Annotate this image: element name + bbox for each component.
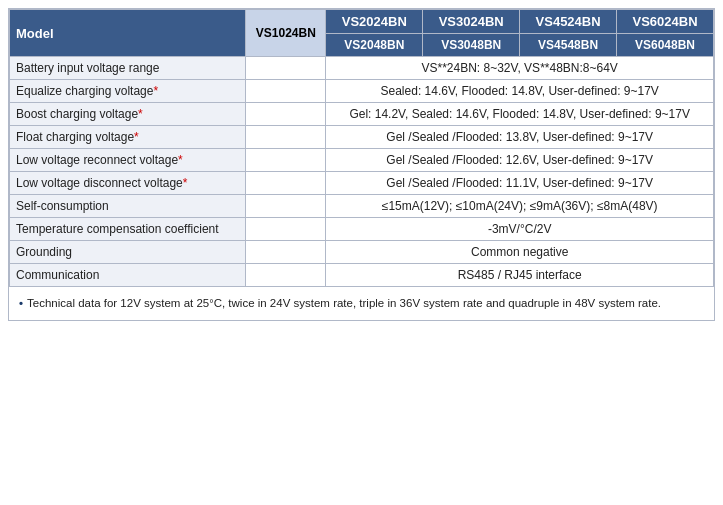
row-vs1024bn-1 <box>246 80 326 103</box>
row-value-9: RS485 / RJ45 interface <box>326 264 714 287</box>
vs6024bn-header: VS6024BN <box>617 10 714 34</box>
model-header: Model <box>10 10 246 57</box>
row-value-6: ≤15mA(12V); ≤10mA(24V); ≤9mA(36V); ≤8mA(… <box>326 195 714 218</box>
vs6048bn-header: VS6048BN <box>617 34 714 57</box>
row-value-4: Gel /Sealed /Flooded: 12.6V, User-define… <box>326 149 714 172</box>
row-value-7: -3mV/°C/2V <box>326 218 714 241</box>
vs2024bn-header: VS2024BN <box>326 10 423 34</box>
row-vs1024bn-5 <box>246 172 326 195</box>
row-label-2: Boost charging voltage* <box>10 103 246 126</box>
vs1024bn-header: VS1024BN <box>246 10 326 57</box>
row-label-8: Grounding <box>10 241 246 264</box>
row-label-6: Self-consumption <box>10 195 246 218</box>
row-vs1024bn-0 <box>246 57 326 80</box>
row-label-1: Equalize charging voltage* <box>10 80 246 103</box>
vs3048bn-header: VS3048BN <box>423 34 520 57</box>
footer-text: Technical data for 12V system at 25°C, t… <box>27 297 661 309</box>
row-value-3: Gel /Sealed /Flooded: 13.8V, User-define… <box>326 126 714 149</box>
row-value-5: Gel /Sealed /Flooded: 11.1V, User-define… <box>326 172 714 195</box>
row-label-3: Float charging voltage* <box>10 126 246 149</box>
vs2048bn-header: VS2048BN <box>326 34 423 57</box>
row-vs1024bn-9 <box>246 264 326 287</box>
vs4548bn-header: VS4548BN <box>520 34 617 57</box>
row-label-7: Temperature compensation coefficient <box>10 218 246 241</box>
footer-note: •Technical data for 12V system at 25°C, … <box>9 287 714 320</box>
vs4524bn-header: VS4524BN <box>520 10 617 34</box>
row-label-4: Low voltage reconnect voltage* <box>10 149 246 172</box>
row-vs1024bn-2 <box>246 103 326 126</box>
row-value-2: Gel: 14.2V, Sealed: 14.6V, Flooded: 14.8… <box>326 103 714 126</box>
row-label-5: Low voltage disconnect voltage* <box>10 172 246 195</box>
spec-table-wrapper: Model VS1024BN VS2024BN VS3024BN VS4524B… <box>8 8 715 321</box>
row-label-9: Communication <box>10 264 246 287</box>
row-vs1024bn-4 <box>246 149 326 172</box>
row-vs1024bn-8 <box>246 241 326 264</box>
row-value-0: VS**24BN: 8~32V, VS**48BN:8~64V <box>326 57 714 80</box>
bullet-icon: • <box>19 297 23 309</box>
row-label-0: Battery input voltage range <box>10 57 246 80</box>
spec-table: Model VS1024BN VS2024BN VS3024BN VS4524B… <box>9 9 714 287</box>
row-vs1024bn-3 <box>246 126 326 149</box>
row-value-1: Sealed: 14.6V, Flooded: 14.8V, User-defi… <box>326 80 714 103</box>
row-vs1024bn-6 <box>246 195 326 218</box>
row-vs1024bn-7 <box>246 218 326 241</box>
vs3024bn-header: VS3024BN <box>423 10 520 34</box>
row-value-8: Common negative <box>326 241 714 264</box>
